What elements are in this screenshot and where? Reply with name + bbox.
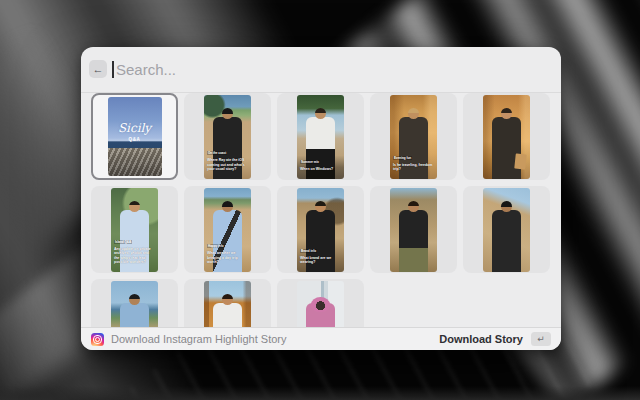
story-caption-overlay: Evening funIs he traveling, freedom trip… <box>393 145 434 172</box>
person-head <box>129 294 140 305</box>
story-3-thumbnail: Summer mixWhen on Windows? <box>297 95 344 179</box>
story-cell-7[interactable]: Happy infoWhat weather we bringing a day… <box>184 186 271 273</box>
story-12-thumbnail <box>204 281 251 328</box>
person-torso <box>213 303 242 328</box>
story-caption-overlay: Brand infoWhat brand are we wearing? <box>300 238 341 265</box>
story-cell-8[interactable]: Brand infoWhat brand are we wearing? <box>277 186 364 273</box>
action-bar: Download Instagram Highlight Story Downl… <box>81 327 561 350</box>
story-7-thumbnail: Happy infoWhat weather we bringing a day… <box>204 188 251 272</box>
caption-label: Happy info <box>207 244 225 248</box>
caption-label: Island Q&A <box>114 240 132 244</box>
person-head <box>408 201 419 212</box>
story-cell-5[interactable] <box>463 93 550 180</box>
search-bar: ← Search... <box>81 47 561 93</box>
story-cell-4[interactable]: Evening funIs he traveling, freedom trip… <box>370 93 457 180</box>
caption-text: Any update on private archives, photos a… <box>114 247 155 265</box>
person-head <box>129 201 140 212</box>
story-cell-9[interactable] <box>370 186 457 273</box>
story-6-thumbnail: Island Q&AAny update on private archives… <box>111 188 158 272</box>
story-11-thumbnail <box>111 281 158 328</box>
person-head <box>408 108 419 119</box>
story-cell-13[interactable] <box>277 279 364 327</box>
person-head <box>222 294 233 305</box>
wallpaper-streak <box>0 386 640 400</box>
story-13-thumbnail <box>297 281 344 328</box>
story-caption-overlay: On the coastWhere Ray ate the iOS coming… <box>207 140 248 171</box>
person-head <box>222 201 233 212</box>
story-caption-overlay: Island Q&AAny update on private archives… <box>114 229 155 265</box>
story-cell-10[interactable] <box>463 186 550 273</box>
person-torso <box>492 117 521 179</box>
story-cell-2[interactable]: On the coastWhere Ray ate the iOS coming… <box>184 93 271 180</box>
person-head <box>501 108 512 119</box>
story-5-thumbnail <box>483 95 530 179</box>
story-9-thumbnail <box>390 188 437 272</box>
caption-text: Is he traveling, freedom trip? <box>393 163 434 172</box>
caption-text: What weather we bringing a day trip wort… <box>207 251 248 264</box>
held-object <box>514 153 527 169</box>
person-head <box>501 201 512 212</box>
story-subtitle: Q&A <box>108 137 162 142</box>
person-torso <box>399 210 428 272</box>
story-caption-overlay: Summer mixWhen on Windows? <box>300 149 341 171</box>
launcher-window: ← Search... SicilyQ&AOn the coastWhere R… <box>81 47 561 350</box>
search-input[interactable]: Search... <box>116 47 176 92</box>
person-head <box>222 108 233 119</box>
text-cursor <box>112 61 114 78</box>
caption-text: What brand are we wearing? <box>300 256 341 265</box>
arrow-left-icon: ← <box>93 63 104 75</box>
person-head <box>311 297 330 312</box>
story-cell-1[interactable]: SicilyQ&A <box>91 93 178 180</box>
story-4-thumbnail: Evening funIs he traveling, freedom trip… <box>390 95 437 179</box>
story-cell-12[interactable] <box>184 279 271 327</box>
story-grid: SicilyQ&AOn the coastWhere Ray ate the i… <box>91 93 550 327</box>
caption-label: Evening fun <box>393 156 412 160</box>
caption-label: Summer mix <box>300 160 320 164</box>
story-cell-3[interactable]: Summer mixWhen on Windows? <box>277 93 364 180</box>
person-head <box>315 201 326 212</box>
story-cell-11[interactable] <box>91 279 178 327</box>
enter-key-icon[interactable]: ↵ <box>531 332 551 346</box>
command-title: Download Instagram Highlight Story <box>111 333 286 345</box>
story-caption-overlay: Happy infoWhat weather we bringing a day… <box>207 233 248 264</box>
story-8-thumbnail: Brand infoWhat brand are we wearing? <box>297 188 344 272</box>
story-2-thumbnail: On the coastWhere Ray ate the iOS coming… <box>204 95 251 179</box>
caption-label: Brand info <box>300 249 317 253</box>
story-title: Sicily <box>108 121 162 135</box>
person-torso <box>120 303 149 328</box>
person-torso <box>492 210 521 272</box>
back-button[interactable]: ← <box>89 60 107 78</box>
caption-text: When on Windows? <box>300 167 341 171</box>
story-10-thumbnail <box>483 188 530 272</box>
person-head <box>315 108 326 119</box>
download-story-button[interactable]: Download Story <box>439 333 523 345</box>
caption-text: Where Ray ate the iOS coming out and wha… <box>207 158 248 171</box>
instagram-icon <box>91 333 104 346</box>
story-cell-6[interactable]: Island Q&AAny update on private archives… <box>91 186 178 273</box>
story-sicily-thumbnail: SicilyQ&A <box>108 97 162 176</box>
caption-label: On the coast <box>207 151 227 155</box>
